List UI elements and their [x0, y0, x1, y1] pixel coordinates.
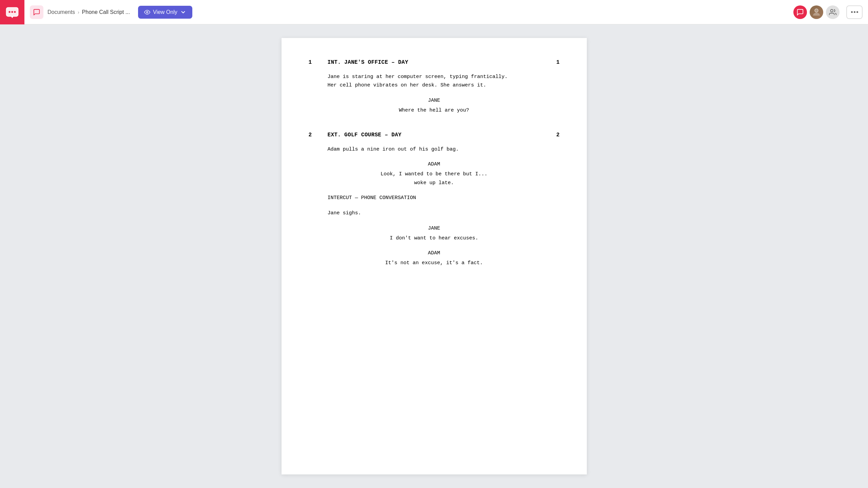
breadcrumb-separator: ›: [78, 9, 79, 15]
dialogue-jane-2: I don't want to hear excuses.: [309, 234, 560, 243]
dialogue-adam-1: Look, I wanted to be there but I... woke…: [309, 170, 560, 187]
app-logo: [0, 0, 24, 24]
scene-heading-text-1: INT. JANE'S OFFICE – DAY: [328, 58, 408, 67]
svg-point-5: [147, 11, 148, 13]
dot3: [856, 11, 858, 13]
svg-point-6: [815, 9, 818, 12]
dialogue-jane-1: Where the hell are you?: [309, 106, 560, 115]
svg-point-3: [11, 11, 13, 13]
scene-1-action: Jane is staring at her computer screen, …: [328, 73, 560, 90]
scene-heading-row-1: 1 INT. JANE'S OFFICE – DAY 1: [309, 58, 560, 67]
dot2: [854, 11, 855, 13]
scene-block-1: 1 INT. JANE'S OFFICE – DAY 1 Jane is sta…: [309, 58, 560, 115]
intercut-transition: INTERCUT — PHONE CONVERSATION: [328, 194, 560, 202]
script-content: 1 INT. JANE'S OFFICE – DAY 1 Jane is sta…: [309, 58, 560, 268]
people-icon: [829, 8, 836, 16]
scene-heading-text-2: EXT. GOLF COURSE – DAY: [328, 131, 402, 140]
chevron-down-icon: [180, 9, 186, 15]
scene-heading-row-2: 2 EXT. GOLF COURSE – DAY 2: [309, 131, 560, 140]
more-options-button[interactable]: [846, 5, 863, 19]
chat-icon-avatar: [796, 8, 804, 16]
avatar-user1: [793, 5, 807, 19]
scene-number-1: 1: [309, 58, 317, 67]
main-content: 1 INT. JANE'S OFFICE – DAY 1 Jane is sta…: [0, 24, 868, 488]
scene-2-action: Adam pulls a nine iron out of his golf b…: [328, 145, 560, 154]
scene-number-right-2: 2: [556, 131, 560, 140]
breadcrumb-current-doc: Phone Call Script ...: [82, 9, 130, 15]
character-jane-1: JANE: [309, 97, 560, 105]
person-silhouette: [811, 7, 822, 17]
view-only-button[interactable]: View Only: [138, 6, 192, 19]
dialogue-adam-2: It's not an excuse, it's a fact.: [309, 259, 560, 268]
scene-1-dialogue-1: JANE Where the hell are you?: [309, 97, 560, 115]
svg-point-7: [831, 9, 833, 12]
svg-point-2: [9, 11, 11, 13]
scene-number-right-1: 1: [556, 58, 560, 67]
character-jane-2: JANE: [309, 225, 560, 233]
header-right: [793, 5, 863, 19]
character-adam-2: ADAM: [309, 249, 560, 257]
scene-heading-left-1: 1 INT. JANE'S OFFICE – DAY: [309, 58, 408, 67]
document-icon-button[interactable]: [30, 5, 43, 19]
group-members-button[interactable]: [826, 5, 840, 19]
scene-block-2: 2 EXT. GOLF COURSE – DAY 2 Adam pulls a …: [309, 131, 560, 268]
breadcrumb-documents[interactable]: Documents: [47, 9, 75, 15]
breadcrumb: Documents › Phone Call Script ...: [47, 9, 130, 15]
script-document: 1 INT. JANE'S OFFICE – DAY 1 Jane is sta…: [282, 38, 587, 474]
scene-heading-left-2: 2 EXT. GOLF COURSE – DAY: [309, 131, 402, 140]
avatar-user2: [810, 5, 823, 19]
character-adam-1: ADAM: [309, 160, 560, 169]
scene-number-2: 2: [309, 131, 317, 140]
scene-2-action-2: Jane sighs.: [328, 209, 560, 218]
scene-2-dialogue-2: JANE I don't want to hear excuses.: [309, 225, 560, 243]
svg-point-4: [14, 11, 16, 13]
scene-2-dialogue-3: ADAM It's not an excuse, it's a fact.: [309, 249, 560, 268]
dot1: [851, 11, 853, 13]
eye-icon: [144, 9, 150, 15]
header: Documents › Phone Call Script ... View O…: [0, 0, 868, 24]
scene-2-dialogue-1: ADAM Look, I wanted to be there but I...…: [309, 160, 560, 187]
view-only-label: View Only: [153, 9, 177, 15]
